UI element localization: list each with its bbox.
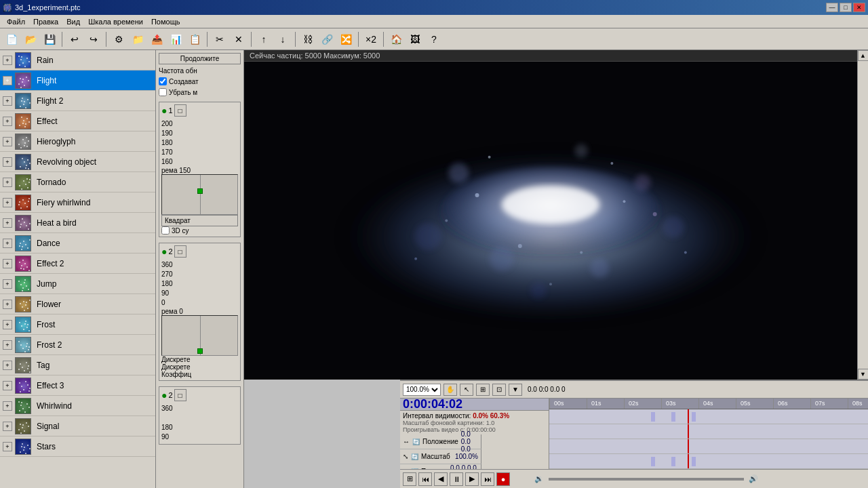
- tool10[interactable]: ×2: [362, 30, 380, 48]
- effect-item-heat-a-bird[interactable]: +Heat a bird: [0, 213, 155, 233]
- effect-item-tag[interactable]: +Tag: [0, 355, 155, 375]
- menu-file[interactable]: Файл: [3, 17, 29, 26]
- expand-button[interactable]: +: [3, 239, 12, 248]
- expand-button[interactable]: +: [3, 401, 12, 411]
- maximize-button[interactable]: □: [840, 3, 852, 12]
- effect-item-rain[interactable]: +Rain: [0, 50, 155, 70]
- pause-button[interactable]: ⏸: [450, 472, 463, 486]
- expand-button[interactable]: +: [3, 76, 12, 85]
- expand-button[interactable]: +: [3, 381, 12, 390]
- 3d-checkbox[interactable]: [161, 226, 170, 235]
- expand-button[interactable]: +: [3, 178, 12, 187]
- slider-handle-2[interactable]: [197, 348, 203, 354]
- help-button[interactable]: ?: [425, 30, 443, 48]
- effect-item-signal[interactable]: +Signal: [0, 416, 155, 436]
- expand-button[interactable]: +: [3, 340, 12, 350]
- effect-item-flight[interactable]: +Flight: [0, 70, 155, 91]
- fast-forward-button[interactable]: ⏭: [481, 472, 494, 486]
- effect-item-flower[interactable]: +Flower: [0, 294, 155, 314]
- tool3[interactable]: ⚙: [110, 30, 127, 48]
- effect-item-whirlwind[interactable]: +Whirlwind: [0, 396, 155, 416]
- create-checkbox[interactable]: [159, 77, 167, 85]
- effect-item-effect-3[interactable]: +Effect 3: [0, 375, 155, 396]
- tool-cut[interactable]: ⊡: [492, 384, 506, 396]
- effect-item-stars[interactable]: +Stars: [0, 436, 155, 457]
- expand-button[interactable]: +: [3, 198, 12, 207]
- expand-button[interactable]: +: [3, 300, 12, 309]
- open-button[interactable]: 📂: [22, 30, 39, 48]
- effect-item-effect-2[interactable]: +Effect 2: [0, 253, 155, 274]
- refresh-icon[interactable]: 🔄: [412, 439, 420, 445]
- slider-handle[interactable]: [197, 188, 203, 194]
- expand-button[interactable]: +: [3, 117, 12, 126]
- track-area[interactable]: [549, 439, 868, 453]
- move-down-icon[interactable]: ↓: [274, 30, 292, 48]
- track-area[interactable]: [549, 409, 868, 424]
- move-up-icon[interactable]: ↑: [255, 30, 273, 48]
- refresh-icon[interactable]: 🔄: [411, 453, 418, 460]
- effect-item-fiery-whirlwind[interactable]: +Fiery whirlwind: [0, 192, 155, 213]
- new-button[interactable]: 📄: [3, 30, 20, 48]
- continue-button[interactable]: Продолжите: [159, 53, 241, 64]
- shape-button[interactable]: Квадрат: [161, 215, 238, 226]
- effect-item-frost-2[interactable]: +Frost 2: [0, 335, 155, 355]
- menu-help[interactable]: Помощь: [147, 17, 184, 26]
- emitter-1-slider[interactable]: [161, 174, 238, 215]
- prev-frame-button[interactable]: ◀: [434, 472, 448, 486]
- track-area[interactable]: [549, 424, 868, 439]
- expand-button[interactable]: +: [3, 157, 12, 167]
- menu-timeline[interactable]: Шкала времени: [84, 17, 147, 26]
- tool-zoom[interactable]: ⊞: [476, 384, 490, 396]
- minimize-button[interactable]: —: [826, 3, 838, 12]
- undo-button[interactable]: ↩: [66, 30, 83, 48]
- volume-slider[interactable]: [549, 478, 744, 481]
- close-button[interactable]: ✕: [853, 3, 865, 12]
- tool4[interactable]: 📊: [167, 30, 184, 48]
- expand-button[interactable]: +: [3, 361, 12, 370]
- rewind-button[interactable]: ⏮: [418, 472, 432, 486]
- export-button[interactable]: 📤: [148, 30, 165, 48]
- effect-item-dance[interactable]: +Dance: [0, 233, 155, 253]
- zoom-select[interactable]: 100.0% 50.0% 200.0%: [403, 384, 441, 396]
- tool11[interactable]: 🏠: [387, 30, 405, 48]
- expand-button[interactable]: +: [3, 96, 12, 106]
- record-button[interactable]: ●: [496, 472, 510, 486]
- emitter-2-square-btn[interactable]: □: [174, 245, 186, 258]
- expand-button[interactable]: +: [3, 56, 12, 65]
- effect-item-frost[interactable]: +Frost: [0, 314, 155, 335]
- tool5[interactable]: 📋: [186, 30, 203, 48]
- expand-button[interactable]: +: [3, 422, 12, 431]
- expand-button[interactable]: +: [3, 137, 12, 146]
- close-icon[interactable]: ✕: [230, 30, 248, 48]
- tool-select[interactable]: ↖: [460, 384, 473, 396]
- emitter-2-slider[interactable]: [161, 315, 238, 356]
- menu-view[interactable]: Вид: [62, 17, 84, 26]
- tool8[interactable]: 🔗: [318, 30, 336, 48]
- track-area[interactable]: [549, 454, 868, 468]
- expand-button[interactable]: +: [3, 279, 12, 289]
- expand-button[interactable]: +: [3, 442, 12, 451]
- scroll-down-button[interactable]: ▼: [858, 369, 869, 380]
- tool-pan[interactable]: ✋: [443, 384, 457, 396]
- effect-item-flight-2[interactable]: +Flight 2: [0, 91, 155, 111]
- open2-button[interactable]: 📁: [129, 30, 146, 48]
- tool6[interactable]: ✂: [211, 30, 229, 48]
- expand-button[interactable]: +: [3, 320, 12, 329]
- effect-item-jump[interactable]: +Jump: [0, 274, 155, 294]
- expand-button[interactable]: +: [3, 259, 12, 268]
- tool9[interactable]: 🔀: [337, 30, 355, 48]
- effect-item-tornado[interactable]: +Tornado: [0, 172, 155, 192]
- tool-dropdown[interactable]: ▼: [509, 384, 522, 396]
- redo-button[interactable]: ↪: [85, 30, 102, 48]
- next-frame-button[interactable]: ▶: [465, 472, 479, 486]
- emitter-1-square-btn[interactable]: □: [174, 104, 186, 117]
- emitter-3-square-btn[interactable]: □: [174, 389, 186, 401]
- save-button[interactable]: 💾: [41, 30, 58, 48]
- tool7[interactable]: ⛓: [299, 30, 317, 48]
- effect-item-hieroglyph[interactable]: +Hieroglyph: [0, 131, 155, 152]
- remove-checkbox[interactable]: [159, 88, 167, 96]
- effect-item-revolving-object[interactable]: +Revolving object: [0, 152, 155, 172]
- effect-item-effect[interactable]: +Effect: [0, 111, 155, 131]
- menu-edit[interactable]: Правка: [29, 17, 62, 26]
- image-button[interactable]: 🖼: [406, 30, 424, 48]
